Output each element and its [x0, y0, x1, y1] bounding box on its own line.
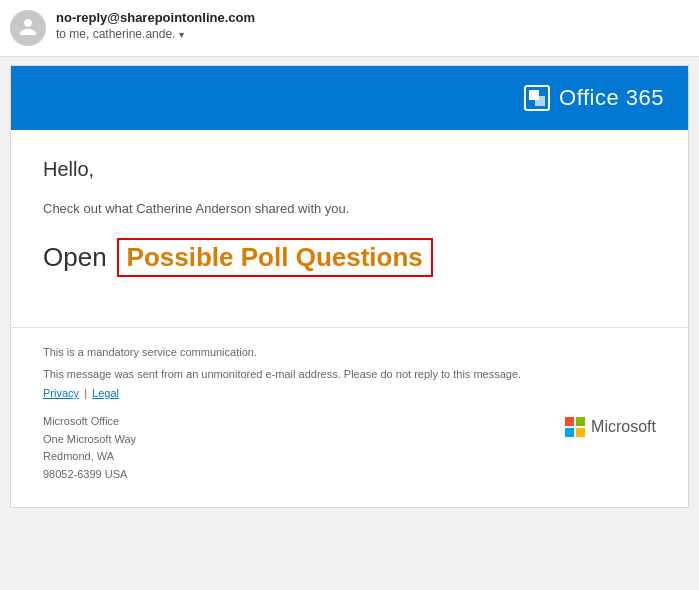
email-card: Office 365 Hello, Check out what Catheri… [10, 65, 689, 508]
office-title: Office 365 [559, 85, 664, 111]
email-body: Hello, Check out what Catherine Anderson… [11, 130, 688, 327]
footer-line2: This message was sent from an unmonitore… [43, 366, 656, 383]
microsoft-logo: Microsoft [565, 417, 656, 437]
open-label: Open [43, 242, 107, 273]
message-text: Check out what Catherine Anderson shared… [43, 201, 656, 216]
sender-email: no-reply@sharepointonline.com [56, 10, 255, 25]
recipients-row: to me, catherine.ande. ▾ [56, 27, 255, 41]
open-row: Open Possible Poll Questions [43, 238, 656, 277]
ms-square-blue [565, 428, 574, 437]
divider [11, 327, 688, 328]
address-line3: Redmond, WA [43, 448, 136, 466]
office-logo: Office 365 [523, 84, 664, 112]
link-separator: | [84, 387, 90, 399]
email-header: no-reply@sharepointonline.com to me, cat… [0, 0, 699, 57]
ms-square-green [576, 417, 585, 426]
email-footer: This is a mandatory service communicatio… [11, 344, 688, 507]
ms-square-red [565, 417, 574, 426]
recipients-label: to me, catherine.ande. [56, 27, 175, 41]
legal-link[interactable]: Legal [92, 387, 119, 399]
footer-bottom: Microsoft Office One Microsoft Way Redmo… [43, 413, 656, 483]
office-banner: Office 365 [11, 66, 688, 130]
office365-icon [523, 84, 551, 112]
microsoft-squares-icon [565, 417, 585, 437]
address-line2: One Microsoft Way [43, 431, 136, 449]
recipients-dropdown-arrow[interactable]: ▾ [179, 29, 184, 40]
ms-square-yellow [576, 428, 585, 437]
privacy-link[interactable]: Privacy [43, 387, 79, 399]
document-link[interactable]: Possible Poll Questions [117, 238, 433, 277]
avatar [10, 10, 46, 46]
footer-address: Microsoft Office One Microsoft Way Redmo… [43, 413, 136, 483]
svg-rect-2 [535, 96, 545, 106]
footer-links: Privacy | Legal [43, 387, 656, 399]
address-line1: Microsoft Office [43, 413, 136, 431]
address-line4: 98052-6399 USA [43, 466, 136, 484]
footer-line1: This is a mandatory service communicatio… [43, 344, 656, 361]
sender-info: no-reply@sharepointonline.com to me, cat… [56, 10, 255, 41]
microsoft-text: Microsoft [591, 418, 656, 436]
person-icon [18, 17, 38, 40]
greeting: Hello, [43, 158, 656, 181]
